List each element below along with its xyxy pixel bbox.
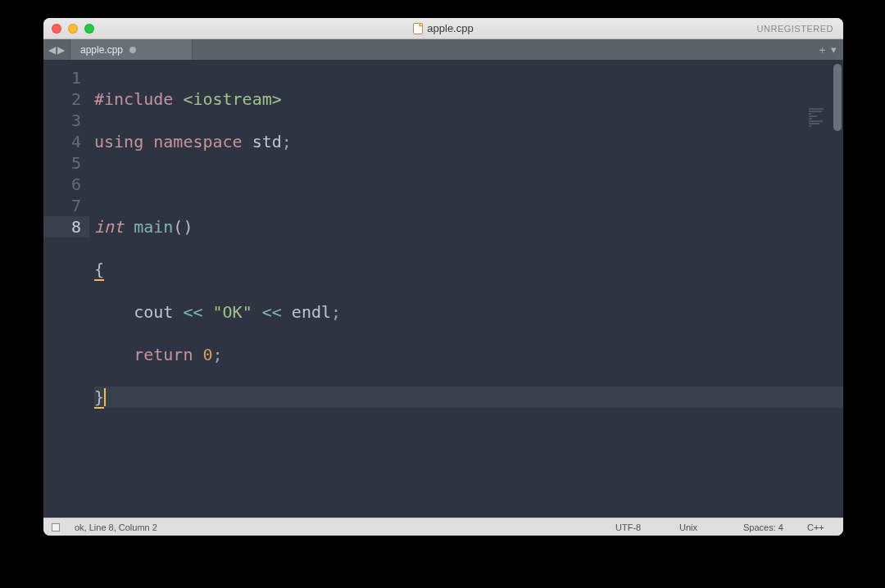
blank-line [94,174,843,195]
token-paren: ) [183,217,193,237]
token-type: int [94,217,124,237]
file-icon [413,23,423,34]
line-number: 7 [43,195,81,216]
editor-window: apple.cpp UNREGISTERED ◀ ▶ apple.cpp ＋ ▾… [43,18,843,536]
new-tab-icon[interactable]: ＋ [817,43,828,57]
token-keyword: namespace [143,132,252,152]
token-operator: << [173,302,212,322]
token-keyword: using [94,132,143,152]
window-title: apple.cpp [43,22,843,34]
token-header: <iostream> [183,89,281,109]
close-button[interactable] [52,24,61,34]
minimap[interactable] [809,66,830,80]
token-operator: << [252,302,292,322]
line-number-current: 8 [43,216,89,237]
token-function: main [134,217,173,237]
token-identifier: endl [292,302,331,322]
minimize-button[interactable] [68,24,78,34]
tab-menu-icon[interactable]: ▾ [831,43,837,56]
status-bar: ok, Line 8, Column 2 UTF-8 Unix Spaces: … [43,518,843,536]
unregistered-label: UNREGISTERED [757,24,833,34]
titlebar: apple.cpp UNREGISTERED [43,18,843,39]
token-brace: } [94,387,104,409]
token-brace: { [94,260,104,281]
token-identifier: cout [134,302,173,322]
line-number: 1 [43,67,81,88]
nav-back-icon[interactable]: ◀ [48,44,56,56]
status-position[interactable]: ok, Line 8, Column 2 [75,522,157,532]
code-content[interactable]: #include <iostream> using namespace std;… [89,61,843,518]
traffic-lights [52,24,94,34]
line-number: 6 [43,174,81,195]
line-number: 2 [43,88,81,110]
panel-toggle-icon[interactable] [52,523,60,531]
nav-forward-icon[interactable]: ▶ [57,44,65,56]
zoom-button[interactable] [84,24,94,34]
vertical-scrollbar[interactable] [832,61,842,518]
line-number: 4 [43,131,81,152]
token-number: 0 [202,345,212,364]
scrollbar-thumb[interactable] [833,64,842,131]
token-semicolon: ; [282,132,292,152]
line-number: 3 [43,110,81,131]
token-identifier: std [252,132,282,152]
title-text: apple.cpp [427,22,473,34]
token-paren: ( [173,217,183,237]
token-include: #include [94,89,183,109]
status-indent[interactable]: Spaces: 4 [743,522,792,532]
text-cursor [104,388,106,406]
status-lineending[interactable]: Unix [679,522,728,532]
tab-bar: ◀ ▶ apple.cpp ＋ ▾ [43,39,843,61]
status-syntax[interactable]: C++ [807,522,835,532]
status-encoding[interactable]: UTF-8 [615,522,665,532]
tab-active[interactable]: apple.cpp [70,39,193,60]
token-semicolon: ; [331,302,341,322]
nav-arrows: ◀ ▶ [43,39,70,60]
token-string: "OK" [213,302,252,322]
dirty-indicator-icon [129,47,136,53]
line-gutter: 1 2 3 4 5 6 7 8 [43,61,89,518]
editor-area[interactable]: 1 2 3 4 5 6 7 8 #include <iostream> usin… [43,61,843,518]
token-keyword: return [134,345,193,364]
line-number: 5 [43,152,81,174]
tab-label: apple.cpp [80,44,123,56]
token-semicolon: ; [213,345,223,364]
